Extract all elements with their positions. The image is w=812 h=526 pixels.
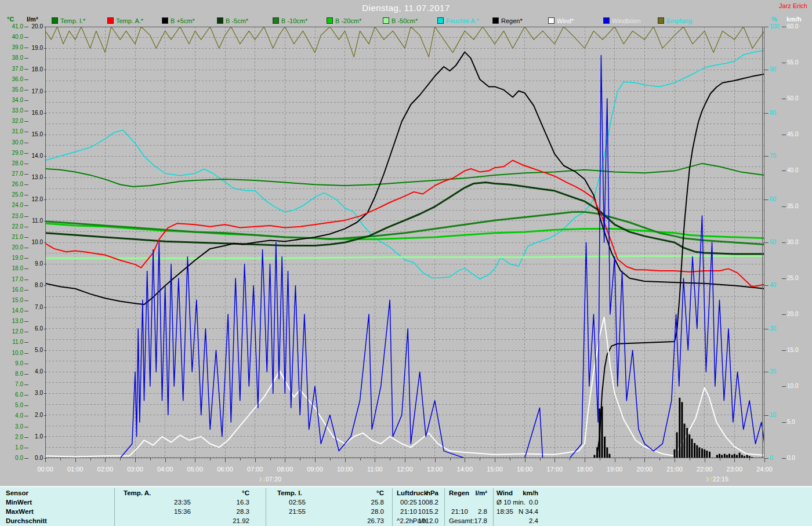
table-col-unit: km/h	[496, 489, 538, 498]
axis-tick	[24, 405, 28, 406]
axis-tick	[24, 280, 28, 280]
legend-swatch-icon	[603, 17, 610, 24]
weather-chart-plot	[45, 27, 764, 458]
legend-swatch-icon	[492, 17, 499, 24]
table-row-header: Sensor	[6, 489, 28, 498]
series-feuchte-a-	[45, 50, 764, 279]
ylabel-lm2: 12.0	[21, 197, 43, 202]
axis-tick	[782, 422, 786, 423]
axis-tick	[44, 372, 46, 372]
axis-tick	[44, 350, 46, 351]
axis-tick	[44, 437, 46, 437]
xlabel-hour: 00:00	[32, 466, 58, 473]
ylabel-celsius: 5.0	[1, 402, 23, 408]
rain-bar	[734, 454, 735, 458]
axis-tick	[24, 227, 28, 227]
legend-swatch-icon	[162, 17, 168, 24]
ylabel-lm2: 0.0	[21, 455, 43, 461]
x-axis-minor-tick	[150, 458, 151, 460]
axis-tick	[44, 221, 46, 222]
axis-tick	[24, 184, 28, 185]
xlabel-hour: 24:00	[752, 466, 777, 473]
table-avg-value: 2.4	[496, 517, 538, 525]
ylabel-celsius: 16.0	[1, 287, 23, 293]
ylabel-celsius: 11.0	[1, 339, 23, 345]
ylabel-lm2: 10.0	[21, 240, 43, 245]
axis-tick	[44, 27, 46, 27]
ylabel-lm2: 9.0	[21, 261, 43, 267]
axis-tick	[764, 27, 768, 27]
ylabel-celsius: 13.0	[1, 318, 23, 324]
ylabel-lm2: 14.0	[21, 153, 43, 159]
rain-bar	[676, 432, 678, 458]
xlabel-hour: 23:00	[722, 466, 747, 473]
table-divider	[266, 488, 266, 526]
rain-bar	[608, 454, 610, 458]
table-max-value: 28.3	[124, 507, 249, 516]
axis-tick	[44, 156, 46, 157]
axis-tick	[782, 99, 786, 99]
rain-bar	[739, 453, 741, 458]
axis-tick	[44, 307, 46, 308]
x-axis-minor-tick	[330, 458, 331, 460]
rain-bar	[728, 454, 730, 458]
ylabel-kmh: 10.0	[787, 383, 808, 389]
ylabel-celsius: 34.0	[1, 97, 23, 103]
ylabel-percent: 40	[770, 282, 787, 288]
legend-item-b-10cm-: B -10cm*	[273, 17, 307, 24]
axis-tick	[44, 329, 46, 329]
xlabel-hour: 20:00	[632, 466, 657, 473]
rain-bar	[704, 449, 705, 458]
rain-bar	[688, 434, 690, 458]
axis-tick	[24, 195, 28, 195]
legend-swatch-icon	[658, 17, 664, 24]
xlabel-hour: 09:00	[302, 466, 328, 473]
table-min-value: 16.3	[124, 498, 249, 507]
x-axis-minor-tick	[570, 458, 570, 460]
ylabel-kmh: 35.0	[787, 204, 808, 209]
ylabel-celsius: 9.0	[1, 361, 23, 367]
axis-tick	[764, 242, 768, 243]
x-axis-minor-tick	[690, 458, 690, 460]
xlabel-hour: 05:00	[182, 466, 208, 473]
legend-label: Windböen	[612, 17, 641, 24]
legend-item-b-5cm-: B +5cm*	[162, 17, 195, 24]
legend-label: Empfang	[666, 17, 692, 24]
axis-tick	[782, 386, 786, 387]
x-axis-tick	[315, 458, 316, 462]
weather-app-window: Dienstag, 11.07.2017 Jarz Erich °C l/m² …	[0, 0, 812, 526]
ylabel-celsius: 21.0	[1, 234, 23, 240]
rain-bar	[719, 454, 720, 458]
ylabel-kmh: 40.0	[787, 168, 808, 173]
ylabel-celsius: 27.0	[1, 171, 23, 177]
ylabel-celsius: 22.0	[1, 224, 23, 230]
ylabel-celsius: 30.0	[1, 140, 23, 146]
ylabel-kmh: 60.0	[787, 24, 808, 30]
axis-tick	[24, 332, 28, 332]
stats-table: SensorMinWertMaxWertDurchschnittTemp. A.…	[0, 486, 812, 526]
axis-tick	[764, 372, 768, 372]
axis-tick	[44, 199, 46, 200]
table-avg-value: 26.73	[277, 517, 384, 525]
ylabel-celsius: 26.0	[1, 182, 23, 187]
xlabel-hour: 22:00	[692, 466, 717, 473]
rain-bar	[701, 448, 703, 458]
axis-tick	[44, 70, 46, 70]
xlabel-hour: 07:00	[242, 466, 268, 473]
legend-item-regen-: Regen*	[492, 17, 523, 24]
rain-bar	[679, 398, 680, 458]
ylabel-lm2: 16.0	[21, 110, 43, 116]
xlabel-hour: 10:00	[332, 466, 358, 473]
x-axis-tick	[345, 458, 346, 462]
x-axis-tick	[675, 458, 675, 462]
ylabel-kmh: 55.0	[787, 60, 808, 66]
legend-label: Wind*	[557, 17, 574, 24]
xlabel-hour: 12:00	[392, 466, 418, 473]
ylabel-celsius: 37.0	[1, 66, 23, 72]
x-axis-minor-tick	[360, 458, 361, 460]
ylabel-celsius: 2.0	[1, 434, 23, 440]
xlabel-hour: 02:00	[92, 466, 118, 473]
axis-tick	[24, 384, 28, 385]
x-axis-tick	[75, 458, 76, 462]
axis-tick	[24, 121, 28, 122]
